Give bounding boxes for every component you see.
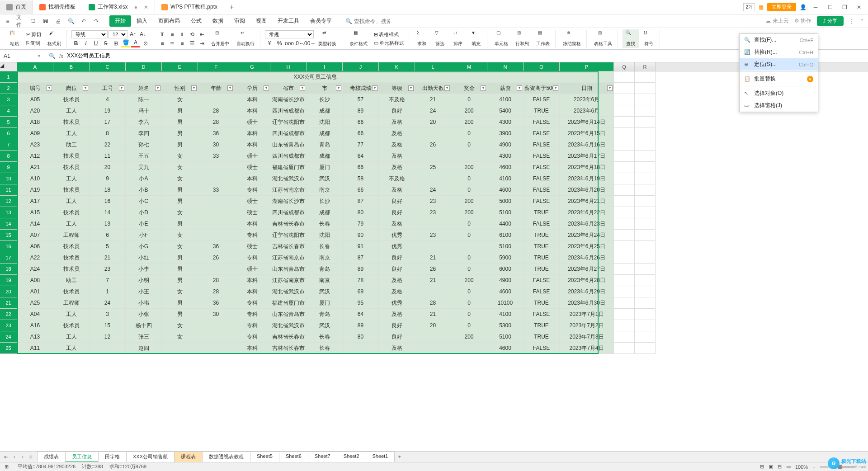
data-cell[interactable]: 吴九 <box>126 162 162 173</box>
data-cell[interactable]: 2023年6月23日 <box>560 218 614 230</box>
data-cell[interactable]: 四川省成都市 <box>270 128 307 139</box>
view-layout-icon[interactable]: ▣ <box>769 464 773 470</box>
data-cell[interactable] <box>451 241 487 252</box>
data-cell[interactable]: 工人 <box>53 343 90 354</box>
data-cell[interactable]: 23 <box>415 230 451 241</box>
data-cell[interactable]: 长春 <box>307 331 343 343</box>
data-cell[interactable]: 23 <box>415 196 451 207</box>
data-cell[interactable]: 辽宁省沈阳市 <box>270 230 307 241</box>
data-cell[interactable]: 0 <box>451 94 487 105</box>
data-cell[interactable]: 本科 <box>234 128 270 139</box>
dropdown-item[interactable]: 🔄替换(R)...Ctrl+H <box>740 46 818 58</box>
row-header[interactable]: 24 <box>0 331 17 343</box>
sheet-tab[interactable]: 数据透视表教程 <box>202 452 250 462</box>
data-cell[interactable]: 24 <box>415 184 451 196</box>
data-cell[interactable]: 技术员 <box>53 151 90 162</box>
header-cell[interactable]: 日期▾ <box>560 83 614 94</box>
data-cell[interactable]: 23 <box>90 264 126 275</box>
data-cell[interactable] <box>198 196 234 207</box>
data-cell[interactable]: 女 <box>162 162 198 173</box>
data-cell[interactable]: 2023年6月17日 <box>560 151 614 162</box>
data-cell[interactable]: 2023年6月 <box>560 94 614 105</box>
data-cell[interactable]: 2023年6月16日 <box>560 139 614 151</box>
grid-icon[interactable]: ▦ <box>759 4 764 10</box>
data-cell[interactable]: 武汉 <box>307 286 343 297</box>
filter-arrow-icon[interactable]: ▾ <box>408 85 414 91</box>
data-cell[interactable]: 良好 <box>379 196 415 207</box>
data-cell[interactable]: 工程师 <box>53 230 90 241</box>
decrease-font-icon[interactable]: A↓ <box>138 30 147 38</box>
menu-tab-页面布局[interactable]: 页面布局 <box>153 15 185 27</box>
data-cell[interactable]: 2023年6月15日 <box>560 128 614 139</box>
filter-arrow-icon[interactable]: ▾ <box>155 85 160 91</box>
data-cell[interactable] <box>198 264 234 275</box>
data-cell[interactable]: 0 <box>451 128 487 139</box>
data-cell[interactable]: 78 <box>343 275 379 286</box>
data-cell[interactable]: 硕士 <box>234 151 270 162</box>
data-cell[interactable]: 小韦 <box>126 297 162 309</box>
data-cell[interactable] <box>198 162 234 173</box>
data-cell[interactable]: 4300 <box>487 151 524 162</box>
data-cell[interactable]: 硕士 <box>234 162 270 173</box>
data-cell[interactable]: 21 <box>90 252 126 264</box>
data-cell[interactable]: 山东省青岛市 <box>270 264 307 275</box>
data-cell[interactable]: 87 <box>343 196 379 207</box>
row-header[interactable]: 6 <box>0 128 17 139</box>
data-cell[interactable]: 200 <box>451 162 487 173</box>
data-cell[interactable]: 5 <box>90 241 126 252</box>
data-cell[interactable]: 及格 <box>379 286 415 297</box>
row-header[interactable]: 20 <box>0 286 17 297</box>
data-cell[interactable] <box>198 207 234 218</box>
data-cell[interactable]: A04 <box>17 309 53 320</box>
data-cell[interactable]: 男 <box>162 196 198 207</box>
header-cell[interactable]: 岗位▾ <box>53 83 90 94</box>
data-cell[interactable]: 1 <box>90 286 126 297</box>
data-cell[interactable]: 5900 <box>487 252 524 264</box>
add-tab-button[interactable]: + <box>224 3 239 11</box>
data-cell[interactable] <box>198 320 234 331</box>
data-cell[interactable]: 5100 <box>487 241 524 252</box>
row-header[interactable]: 13 <box>0 207 17 218</box>
column-header[interactable]: H <box>270 62 307 71</box>
data-cell[interactable]: 小B <box>126 184 162 196</box>
data-cell[interactable]: 及格 <box>379 117 415 128</box>
restore-button[interactable]: ❐ <box>839 2 850 13</box>
filter-arrow-icon[interactable]: ▾ <box>517 85 522 91</box>
data-cell[interactable]: 0 <box>451 184 487 196</box>
data-cell[interactable] <box>415 241 451 252</box>
data-cell[interactable]: A12 <box>17 151 53 162</box>
data-cell[interactable]: 4900 <box>487 275 524 286</box>
data-cell[interactable]: 89 <box>343 264 379 275</box>
fill-color-button[interactable]: 🪣 <box>121 39 130 47</box>
data-cell[interactable]: 3900 <box>487 128 524 139</box>
data-cell[interactable]: 2023年6月24日 <box>560 230 614 241</box>
data-cell[interactable]: 0 <box>451 286 487 297</box>
file-menu[interactable]: 文件 <box>16 17 24 25</box>
view-normal-icon[interactable]: ⊞ <box>760 464 764 470</box>
data-cell[interactable]: 2023年6月21日 <box>560 196 614 207</box>
data-cell[interactable]: 10100 <box>487 297 524 309</box>
data-cell[interactable]: 20 <box>415 117 451 128</box>
increase-font-icon[interactable]: A↑ <box>128 30 137 38</box>
data-cell[interactable]: 技术员 <box>53 162 90 173</box>
data-cell[interactable]: 硕士 <box>234 207 270 218</box>
data-cell[interactable]: 男 <box>162 252 198 264</box>
align-right-icon[interactable]: ≡ <box>178 39 187 47</box>
data-cell[interactable] <box>451 151 487 162</box>
close-tab-icon[interactable]: ✕ <box>144 4 148 10</box>
sheet-tab[interactable]: 成绩表 <box>37 452 66 462</box>
data-cell[interactable]: 64 <box>343 309 379 320</box>
data-cell[interactable]: 小E <box>126 218 162 230</box>
data-cell[interactable]: 小张 <box>126 309 162 320</box>
data-cell[interactable]: 4600 <box>487 162 524 173</box>
data-cell[interactable] <box>198 218 234 230</box>
data-cell[interactable]: 湖北省武汉市 <box>270 173 307 184</box>
data-cell[interactable]: 及格 <box>379 309 415 320</box>
type-convert-button[interactable]: ⇄类型转换 <box>316 29 339 48</box>
view-pagebreak-icon[interactable]: ⊟ <box>778 464 782 470</box>
name-box[interactable]: A1▼ <box>0 50 45 62</box>
data-cell[interactable]: 小红 <box>126 252 162 264</box>
data-cell[interactable]: 26 <box>415 139 451 151</box>
column-header[interactable]: E <box>162 62 198 71</box>
title-cell[interactable]: XXX公司员工信息 <box>17 71 614 83</box>
